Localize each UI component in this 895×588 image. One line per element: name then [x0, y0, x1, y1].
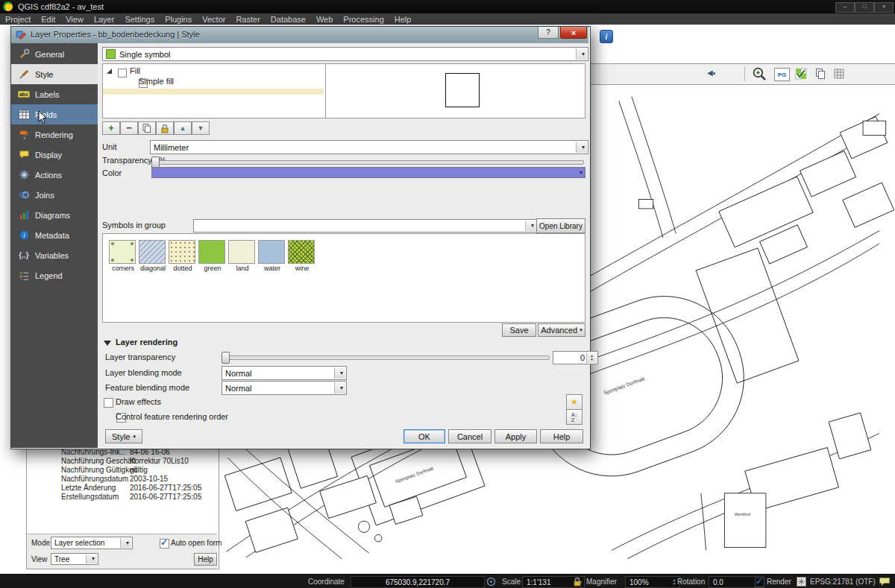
- sidebar-item-labels[interactable]: abc Labels: [11, 84, 98, 104]
- menu-settings[interactable]: Settings: [119, 15, 160, 24]
- sidebar-item-metadata[interactable]: i Metadata: [11, 225, 98, 245]
- spin-arrows-icon[interactable]: ▲▼: [586, 353, 597, 363]
- window-titlebar[interactable]: QGIS cdf82a2 - av_test – □ ×: [0, 0, 895, 13]
- menu-raster[interactable]: Raster: [230, 15, 265, 24]
- menu-vector[interactable]: Vector: [197, 15, 230, 24]
- menu-help[interactable]: Help: [389, 15, 417, 24]
- open-library-button[interactable]: Open Library: [536, 218, 585, 233]
- menu-view[interactable]: View: [60, 15, 89, 24]
- postgis-icon[interactable]: PG: [774, 68, 790, 81]
- layer-blending-select[interactable]: Normal: [222, 366, 347, 380]
- symbol-item[interactable]: diagonal: [139, 240, 167, 272]
- lock-color-button[interactable]: [156, 121, 174, 135]
- tree-expander-icon[interactable]: [107, 69, 112, 74]
- crs-icon[interactable]: [797, 577, 806, 587]
- menu-web[interactable]: Web: [311, 15, 338, 24]
- layer-transparency-spinbox[interactable]: 0 ▲▼: [553, 351, 598, 364]
- layer-transparency-slider[interactable]: [222, 355, 550, 360]
- ok-button[interactable]: OK: [403, 429, 445, 443]
- map-label-werkhof: Werkhof: [735, 512, 751, 516]
- tree-item-simple-fill[interactable]: Simple fill: [139, 77, 174, 86]
- attribute-row[interactable]: Nachführung Gültigkeit gültig: [61, 466, 148, 474]
- apply-button[interactable]: Apply: [494, 429, 537, 443]
- draw-effects-checkbox[interactable]: [104, 398, 113, 408]
- collapse-arrow-icon[interactable]: [104, 341, 111, 346]
- sidebar-item-rendering[interactable]: Rendering: [11, 124, 98, 145]
- render-checkbox[interactable]: [755, 578, 764, 587]
- duplicate-layer-icon[interactable]: [814, 68, 826, 80]
- symbol-item[interactable]: water: [258, 240, 286, 272]
- menu-database[interactable]: Database: [266, 15, 311, 24]
- sidebar-item-actions[interactable]: Actions: [11, 165, 98, 185]
- sidebar-item-variables[interactable]: {..} Variables: [11, 245, 98, 265]
- sidebar-item-general[interactable]: General: [11, 44, 98, 64]
- magnifier-spinbox[interactable]: 100% ▲▼: [625, 576, 680, 588]
- view-select[interactable]: Tree: [51, 553, 98, 565]
- symbol-swatch: [109, 240, 136, 264]
- dialog-titlebar[interactable]: Layer Properties - bb_bodenbedeckung | S…: [11, 27, 588, 43]
- maximize-button[interactable]: □: [855, 2, 874, 13]
- sidebar-item-diagrams[interactable]: Diagrams: [11, 205, 98, 225]
- sidebar-item-joins[interactable]: Joins: [11, 185, 98, 205]
- lock-scale-icon[interactable]: [573, 577, 582, 587]
- menu-plugins[interactable]: Plugins: [160, 15, 197, 24]
- sidebar-item-fields[interactable]: Fields: [11, 104, 98, 124]
- symbol-item[interactable]: green: [198, 240, 227, 272]
- transparency-slider[interactable]: [151, 160, 584, 165]
- advanced-button[interactable]: Advanced ▾: [538, 323, 585, 337]
- move-up-button[interactable]: ▲: [174, 121, 192, 135]
- cancel-button[interactable]: Cancel: [448, 429, 492, 443]
- zoom-icon[interactable]: [752, 66, 767, 82]
- menu-layer[interactable]: Layer: [89, 15, 120, 24]
- fill-checkbox[interactable]: [118, 69, 127, 78]
- symbols-group-select[interactable]: [193, 219, 538, 233]
- plugin-icon[interactable]: i: [600, 30, 613, 43]
- menu-edit[interactable]: Edit: [36, 15, 60, 24]
- sidebar-item-legend[interactable]: Legend: [11, 265, 98, 285]
- mouse-position-icon[interactable]: [486, 577, 496, 587]
- wrench-icon: [17, 48, 31, 61]
- grid-icon[interactable]: [834, 69, 844, 79]
- auto-open-form-checkbox[interactable]: [160, 539, 169, 549]
- close-button[interactable]: ×: [874, 2, 894, 13]
- symbol-item[interactable]: wine: [288, 240, 316, 272]
- menu-processing[interactable]: Processing: [338, 15, 389, 24]
- help-button[interactable]: Help: [540, 429, 583, 443]
- dialog-help-button[interactable]: ?: [538, 27, 559, 39]
- sidebar-item-style[interactable]: Style: [11, 64, 98, 84]
- check-layers-icon[interactable]: [795, 68, 807, 80]
- layer-properties-icon: [16, 29, 27, 40]
- symbol-item[interactable]: dotted: [169, 240, 197, 272]
- sidebar-item-display[interactable]: Display: [11, 145, 98, 165]
- symbol-item[interactable]: corners: [109, 240, 137, 272]
- coordinate-input[interactable]: 675030.9,221720.7: [351, 576, 485, 588]
- add-symbol-layer-button[interactable]: +: [102, 121, 120, 135]
- history-back-dropdown-icon[interactable]: ◀▾: [707, 69, 715, 77]
- layer-transparency-slider-handle[interactable]: [222, 352, 230, 364]
- symbol-item[interactable]: land: [228, 240, 257, 272]
- identify-help-button[interactable]: Help: [194, 553, 217, 566]
- renderer-select[interactable]: Single symbol: [102, 47, 588, 61]
- color-button[interactable]: ▾: [151, 167, 585, 178]
- style-menu-button[interactable]: Style ▾: [105, 429, 142, 443]
- dialog-close-button[interactable]: ×: [560, 27, 587, 39]
- remove-symbol-layer-button[interactable]: −: [120, 121, 138, 135]
- tree-item-fill[interactable]: Fill: [130, 66, 140, 75]
- move-down-button[interactable]: ▼: [192, 121, 210, 135]
- menu-project[interactable]: Project: [0, 15, 36, 24]
- minimize-button[interactable]: –: [835, 2, 855, 13]
- save-symbol-button[interactable]: Save: [502, 323, 536, 337]
- attribute-row[interactable]: Letzte Änderung 2016-06-27T17:25:05: [61, 484, 201, 492]
- crs-status-label[interactable]: EPSG:21781 (OTF): [810, 578, 876, 586]
- define-order-button[interactable]: A↓Z: [566, 409, 582, 425]
- attribute-row[interactable]: Erstellungsdatum 2016-06-27T17:25:05: [61, 493, 201, 501]
- feature-blending-select[interactable]: Normal: [222, 381, 347, 395]
- mode-select[interactable]: Layer selection: [51, 537, 133, 549]
- unit-select[interactable]: Millimeter: [150, 140, 588, 154]
- layer-rendering-header[interactable]: Layer rendering: [116, 338, 178, 347]
- duplicate-symbol-layer-button[interactable]: [138, 121, 156, 135]
- attribute-row[interactable]: Nachführungsdatum 2003-10-15: [61, 475, 168, 483]
- messages-bubble-icon[interactable]: [879, 577, 891, 587]
- attribute-row[interactable]: Nachführung Geschäft Korrektur 70Lis10: [61, 457, 189, 465]
- customize-effects-button[interactable]: ★: [566, 394, 582, 410]
